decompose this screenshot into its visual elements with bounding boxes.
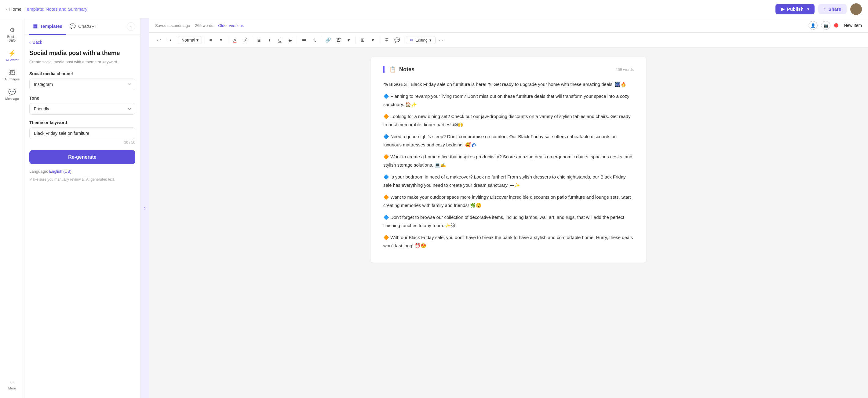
highlight-button[interactable]: 🖊 — [240, 35, 250, 45]
older-versions-link[interactable]: Older versions — [218, 23, 244, 28]
content-paragraph: 🔷 Don't forget to browse our collection … — [383, 213, 634, 230]
tab-chatgpt[interactable]: 💬 ChatGPT — [66, 18, 101, 35]
toolbar-divider-5 — [297, 36, 297, 44]
ai-writer-icon: ⚡ — [8, 50, 16, 57]
tone-group: Tone Friendly Professional Casual Humoro… — [29, 96, 135, 115]
comment-button[interactable]: 💬 — [392, 35, 402, 45]
topbar-right: ▶ Publish ▾ ↑ Share — [775, 3, 862, 15]
new-item-label: New Item — [844, 23, 862, 28]
breadcrumb-link[interactable]: Notes and Summary — [46, 6, 88, 11]
word-count-status: 269 words — [195, 23, 213, 28]
template-title: Social media post with a theme — [29, 50, 135, 57]
tone-label: Tone — [29, 96, 135, 101]
table-chevron-button[interactable]: ▾ — [368, 35, 378, 45]
back-button[interactable]: ‹ Back — [29, 40, 135, 45]
sidebar-item-ai-images[interactable]: 🖼 AI Images — [2, 66, 23, 84]
align-chevron-button[interactable]: ▾ — [216, 35, 226, 45]
style-chevron-icon: ▾ — [196, 37, 198, 42]
sidebar-item-label: AI Writer — [5, 58, 19, 62]
editor-body[interactable]: 🛍 BIGGEST Black Friday sale on furniture… — [383, 80, 634, 250]
image-chevron-button[interactable]: ▾ — [344, 35, 354, 45]
icon-sidebar: ⚙ Brief + SEO ⚡ AI Writer 🖼 AI Images 💬 … — [0, 18, 25, 398]
toolbar-divider-7 — [355, 36, 356, 44]
more-options-button[interactable]: ··· — [436, 35, 446, 45]
sidebar-item-label: AI Images — [5, 77, 20, 81]
templates-tab-label: Templates — [40, 24, 62, 29]
style-select[interactable]: Normal ▾ — [178, 36, 202, 44]
editor-document[interactable]: 📋 Notes 269 words 🛍 BIGGEST Black Friday… — [371, 57, 646, 263]
templates-tab-icon: ▦ — [33, 23, 37, 29]
social-channel-group: Social media channel Instagram Facebook … — [29, 71, 135, 90]
share-button[interactable]: ↑ Share — [818, 4, 847, 14]
tab-templates[interactable]: ▦ Templates — [29, 18, 66, 35]
content-paragraph: 🔷 Planning to revamp your living room? D… — [383, 92, 634, 109]
message-icon: 💬 — [8, 88, 16, 96]
editing-badge[interactable]: ✏ Editing ▾ — [406, 36, 436, 44]
topbar-left: ‹ Home Template: Notes and Summary — [6, 6, 87, 11]
status-bar: Saved seconds ago 269 words Older versio… — [149, 18, 868, 33]
publish-label: Publish — [787, 6, 804, 11]
italic-button[interactable]: I — [265, 35, 274, 45]
home-button[interactable]: ‹ Home — [6, 6, 21, 11]
undo-button[interactable]: ↩ — [154, 35, 164, 45]
content-paragraph: 🔶 With our Black Friday sale, you don't … — [383, 233, 634, 250]
editor-scroll-area[interactable]: 📋 Notes 269 words 🛍 BIGGEST Black Friday… — [149, 48, 868, 398]
language-line: Language: English (US) — [29, 169, 135, 174]
theme-input[interactable] — [29, 127, 135, 139]
table-button[interactable]: ⊞ — [358, 35, 367, 45]
panel-collapse-button[interactable]: ‹ — [127, 22, 135, 31]
publish-button[interactable]: ▶ Publish ▾ — [775, 4, 814, 15]
brief-seo-icon: ⚙ — [9, 26, 15, 34]
edit-pen-icon: ✏ — [410, 37, 413, 42]
main-layout: ⚙ Brief + SEO ⚡ AI Writer 🖼 AI Images 💬 … — [0, 18, 868, 398]
note-icon: 📋 — [390, 66, 396, 73]
social-channel-select[interactable]: Instagram Facebook Twitter LinkedIn TikT… — [29, 79, 135, 90]
bullet-list-button[interactable]: ≔ — [299, 35, 309, 45]
panel-tabs-inner: ▦ Templates 💬 ChatGPT — [29, 18, 101, 34]
status-right: 👤 📷 New Item — [808, 21, 862, 30]
underline-button[interactable]: U — [275, 35, 285, 45]
redo-button[interactable]: ↪ — [164, 35, 174, 45]
sidebar-item-ai-writer[interactable]: ⚡ AI Writer — [2, 47, 23, 65]
tone-select[interactable]: Friendly Professional Casual Humorous Fo… — [29, 103, 135, 115]
toolbar-divider-1 — [176, 36, 176, 44]
sidebar-item-brief-seo[interactable]: ⚙ Brief + SEO — [2, 23, 23, 45]
template-description: Create social media post with a theme or… — [29, 59, 135, 65]
back-arrow-icon: ‹ — [29, 40, 31, 45]
align-button[interactable]: ≡ — [206, 35, 216, 45]
regenerate-button[interactable]: Re-generate — [29, 150, 135, 164]
editor-toolbar: ↩ ↪ Normal ▾ ≡ ▾ A 🖊 B I U S ≔ ⒈ 🔗 🖼 ▾ — [149, 33, 868, 48]
publish-chevron-icon: ▾ — [807, 7, 809, 11]
toolbar-divider-8 — [380, 36, 380, 44]
sidebar-item-message[interactable]: 💬 Message — [2, 85, 23, 104]
share-icon: ↑ — [824, 6, 826, 11]
content-paragraph: 🔶 Looking for a new dining set? Check ou… — [383, 112, 634, 129]
publish-icon: ▶ — [781, 6, 785, 12]
text-color-button[interactable]: A — [230, 35, 240, 45]
panel-toggle-button[interactable]: › — [141, 18, 149, 398]
content-paragraph: 🛍 BIGGEST Black Friday sale on furniture… — [383, 80, 634, 88]
back-label: Back — [33, 40, 42, 45]
bold-button[interactable]: B — [254, 35, 264, 45]
language-link[interactable]: English (US) — [49, 169, 71, 174]
clear-format-button[interactable]: T̶ — [382, 35, 392, 45]
topbar: ‹ Home Template: Notes and Summary ▶ Pub… — [0, 0, 868, 18]
breadcrumb-prefix: Template: — [25, 6, 45, 11]
ai-images-icon: 🖼 — [9, 69, 15, 76]
home-label: Home — [9, 6, 21, 11]
new-item-dot — [834, 23, 838, 28]
chevron-left-icon: ‹ — [6, 7, 7, 11]
sidebar-item-more[interactable]: ··· More — [2, 375, 23, 393]
collaborator-avatar-2: 📷 — [821, 21, 831, 30]
numbered-list-button[interactable]: ⒈ — [309, 35, 319, 45]
avatar[interactable] — [850, 3, 862, 15]
strikethrough-button[interactable]: S — [285, 35, 295, 45]
content-paragraph: 🔷 Is your bedroom in need of a makeover?… — [383, 173, 634, 189]
link-button[interactable]: 🔗 — [323, 35, 333, 45]
sidebar-item-label: More — [8, 387, 16, 390]
content-paragraph: 🔶 Want to create a home office that insp… — [383, 152, 634, 169]
chatgpt-tab-label: ChatGPT — [78, 24, 97, 29]
content-paragraph: 🔷 Need a good night's sleep? Don't compr… — [383, 132, 634, 149]
image-button[interactable]: 🖼 — [334, 35, 343, 45]
content-paragraph: 🔶 Want to make your outdoor space more i… — [383, 193, 634, 209]
